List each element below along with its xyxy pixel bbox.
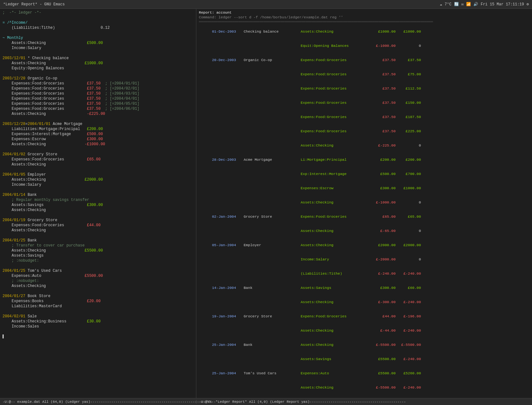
main-content: ; -*- ledger -*- = /^Income/ (Liabilitie… xyxy=(0,9,532,398)
blank-line12 xyxy=(3,289,193,294)
datetime: Fri 15 Mar 17:11:19 xyxy=(481,2,524,7)
liabilities-mortgage-principal: Liabilities:Mortgage:Principal £200.00 xyxy=(3,127,193,132)
assets-checking-5500: Assets:Checking £5500.00 xyxy=(3,248,193,253)
row-dec-organic1: 20-Dec-2003Organic Co-opExpens:Food:Groc… xyxy=(199,53,529,67)
status-right: -U:@%%- *Ledger Report* All (4,0) (Ledge… xyxy=(196,400,532,404)
expenses-groceries-4: Expenses:Food:Groceries £37.50 ; [=2004/… xyxy=(3,96,193,101)
row-books1: 27-Jan-2004Book StoreExpenses:Books£20.0… xyxy=(199,395,529,398)
blank-line10 xyxy=(3,233,193,238)
grocery-store-jan2: 2004/01/02 Grocery Store xyxy=(3,152,193,157)
left-editor-pane[interactable]: ; -*- ledger -*- = /^Income/ (Liabilitie… xyxy=(0,9,196,398)
assets-checking-225: Assets:Checking -£225.00 xyxy=(3,111,193,116)
row-bank-jan25-1: 25-Jan-2004BankAssets:Checking£-5500.00£… xyxy=(199,338,529,352)
acme-mortgage-date: 2003/12/28=2004/01/01 Acme Mortgage xyxy=(3,122,193,127)
row-jan-grocery1: 02-Jan-2004Grocery StoreExpens:Food:Groc… xyxy=(199,209,529,224)
row-jan-grocery2: Assets:Checking£-65.00 0 xyxy=(199,224,529,238)
status-bar: -U:@-- example.dat All (64,0) (Ledger ya… xyxy=(0,398,532,405)
network-icon: 📶 xyxy=(466,2,471,7)
assets-checking-1000: Assets:Checking £1000.00 xyxy=(3,61,193,66)
blank-line11 xyxy=(3,263,193,268)
right-report-pane[interactable]: Report: account Command: ledger --sort d… xyxy=(196,9,532,398)
blank-line7 xyxy=(3,167,193,172)
blank-line4 xyxy=(3,71,193,76)
assets-checking-monthly: Assets:Checking £500.00 xyxy=(3,40,193,46)
row-employer3: (Liabilities:Tithe)£-240.00£-240.00 xyxy=(199,266,529,281)
cursor-line: ▌ xyxy=(3,334,193,339)
car-comment: ; Transfer to cover car purchase xyxy=(3,243,193,248)
sale-feb1: 2004/02/01 Sale xyxy=(3,314,193,319)
title-text: *Ledger Report* - GNU Emacs xyxy=(3,2,65,7)
expenses-groceries-2: Expenses:Food:Groceries £37.50 ; [=2004/… xyxy=(3,86,193,91)
expenses-auto: Expenses:Auto £5500.00 xyxy=(3,273,193,278)
report-title: Report: account xyxy=(199,10,529,15)
expenses-groceries-jan: Expenses:Food:Groceries £65.00 xyxy=(3,157,193,162)
row-dec-organic5: Expens:Food:Groceries£37.50£187.50 xyxy=(199,110,529,124)
monthly-section: ~ Monthly xyxy=(3,35,193,40)
separator-line: ════════════════════════════════════════… xyxy=(199,20,529,24)
expenses-interest-mortgage: Expenses:Interest:Mortgage £500.00 xyxy=(3,132,193,137)
row-acme1: 28-Dec-2003Acme MortgageLi:Mortgage:Prin… xyxy=(199,153,529,167)
status-left: -U:@-- example.dat All (64,0) (Ledger ya… xyxy=(0,400,196,404)
assets-checking-2000: Assets:Checking £2000.00 xyxy=(3,177,193,182)
expenses-escrow: Expenses:Escrow £300.00 xyxy=(3,137,193,142)
employer-jan5: 2004/01/05 Employer xyxy=(3,172,193,177)
row-cars2: Assets:Checking£-5500.00£-240.00 xyxy=(199,380,529,395)
liabilities-mastercard: Liabilities:MasterCard xyxy=(3,304,193,309)
row-acme3: Expenses:Escrow£300.00£1000.00 xyxy=(199,181,529,195)
title-bar-right: ☁ 7°C 🔄 ✉ 📶 🔊 Fri 15 Mar 17:11:19 ⚙ xyxy=(440,2,529,7)
used-cars-jan25: 2004/01/25 Tom's Used Cars xyxy=(3,268,193,273)
bank-jan25: 2004/01/25 Bank xyxy=(3,238,193,243)
nobudget-1: ; :nobudget: xyxy=(3,258,193,263)
row-dec-organic2: Expens:Food:Groceries£37.50£75.00 xyxy=(199,67,529,81)
row-acme2: Exp:Interest:Mortgage£500.00£700.00 xyxy=(199,167,529,181)
assets-checking-bank: Assets:Checking xyxy=(3,208,193,213)
blank-line9 xyxy=(3,213,193,218)
blank-line14 xyxy=(3,329,193,334)
refresh-icon[interactable]: 🔄 xyxy=(454,2,459,7)
assets-savings-300: Assets:Savings £300.00 xyxy=(3,202,193,208)
income-salary: Income:Salary xyxy=(3,46,193,51)
row-dec-organic3: Expens:Food:Groceries£37.50£112.50 xyxy=(199,81,529,96)
row-dec-organic6: Expens:Food:Groceries£37.50£225.00 xyxy=(199,124,529,138)
expenses-books: Expenses:Books £20.00 xyxy=(3,299,193,304)
row-employer2: Income:Salary£-2000.00 0 xyxy=(199,252,529,266)
row-jan19-grocery2: Assets:Checking£-44.00£-240.00 xyxy=(199,323,529,338)
blank-line3 xyxy=(3,51,193,56)
checking-balance-date: 2003/12/01 * Checking balance xyxy=(3,56,193,61)
row-cars1: 25-Jan-2004Tom's Used CarsExpenses:Auto£… xyxy=(199,366,529,380)
mail-icon[interactable]: ✉ xyxy=(461,2,464,7)
row-acme4: Assets:Checking£-1000.00 0 xyxy=(199,195,529,209)
income-section: = /^Income/ xyxy=(3,20,193,25)
book-store-jan27: 2004/01/27 Book Store xyxy=(3,294,193,299)
nobudget-2: ; :nobudget: xyxy=(3,278,193,284)
title-bar: *Ledger Report* - GNU Emacs ☁ 7°C 🔄 ✉ 📶 … xyxy=(0,0,532,9)
settings-icon[interactable]: ⚙ xyxy=(527,2,529,7)
organic-coop-date: 2003/12/20 Organic Co-op xyxy=(3,76,193,81)
assets-checking-1000-neg: Assets:Checking -£1000.00 xyxy=(3,142,193,147)
temperature: 7°C xyxy=(445,2,452,7)
blank-line8 xyxy=(3,187,193,192)
weather-icon: ☁ xyxy=(440,2,442,7)
assets-savings-car: Assets:Savings xyxy=(3,253,193,258)
blank-line2 xyxy=(3,30,193,35)
savings-comment: ; Regular monthly savings transfer xyxy=(3,197,193,202)
expenses-groceries-6: Expenses:Food:Groceries £37.50 ; [=2004/… xyxy=(3,106,193,111)
row-dec-checking: 01-Dec-2003Checking balanceAssets:Checki… xyxy=(199,24,529,39)
row-dec-organic-checking: Assets:Checking£-225.00 0 xyxy=(199,138,529,153)
expenses-groceries-44: Expenses:Food:Groceries £44.00 xyxy=(3,223,193,228)
equity-opening: Equity:Opening Balances xyxy=(3,66,193,71)
row-bank-jan25-2: Assets:Savings£5500.00£-240.00 xyxy=(199,352,529,366)
grocery-store-jan19: 2004/01/19 Grocery Store xyxy=(3,218,193,223)
row-bank-jan14-1: 14-Jan-2004BankAssets:Savings£300.00£60.… xyxy=(199,281,529,295)
row-dec-organic4: Expens:Food:Groceries£37.50£150.00 xyxy=(199,96,529,110)
assets-checking-grocery2: Assets:Checking xyxy=(3,228,193,233)
row-jan19-grocery1: 19-Jan-2004Grocery StoreExpens:Food:Groc… xyxy=(199,309,529,323)
blank-line13 xyxy=(3,309,193,314)
income-sales: Income:Sales xyxy=(3,324,193,329)
volume-icon[interactable]: 🔊 xyxy=(473,2,478,7)
income-salary-employer: Income:Salary xyxy=(3,182,193,187)
expenses-groceries-3: Expenses:Food:Groceries £37.50 ; [=2004/… xyxy=(3,91,193,96)
blank-line6 xyxy=(3,147,193,152)
row-employer1: 05-Jan-2004EmployerAssets:Checking£2000.… xyxy=(199,238,529,252)
ledger-comment-line: ; -*- ledger -*- xyxy=(3,10,193,15)
